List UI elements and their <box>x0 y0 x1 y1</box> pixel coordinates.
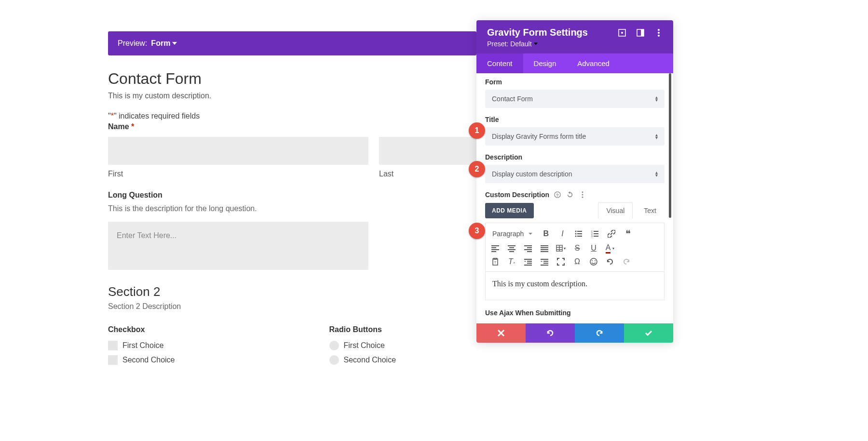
link-icon[interactable] <box>607 229 616 239</box>
radio-group: Radio Buttons First Choice Second Choice <box>329 325 396 370</box>
dock-icon[interactable] <box>637 29 644 37</box>
select-arrows-icon: ▴▾ <box>655 171 658 177</box>
svg-rect-33 <box>527 247 532 248</box>
checkbox-icon <box>108 355 118 365</box>
tab-advanced[interactable]: Advanced <box>567 53 620 73</box>
bold-icon[interactable]: B <box>541 229 551 239</box>
svg-point-57 <box>595 260 596 261</box>
save-button[interactable] <box>624 323 673 343</box>
numbered-list-icon[interactable]: 123 <box>590 229 600 239</box>
svg-rect-48 <box>527 261 532 262</box>
svg-rect-32 <box>524 245 532 246</box>
outdent-icon[interactable] <box>523 257 533 267</box>
more-icon[interactable] <box>655 29 663 37</box>
align-right-icon[interactable] <box>523 243 533 253</box>
format-select[interactable]: Paragraph <box>490 228 534 240</box>
checkbox-item[interactable]: Second Choice <box>108 355 175 365</box>
svg-point-6 <box>658 35 660 37</box>
italic-icon[interactable]: I <box>557 229 567 239</box>
tab-content[interactable]: Content <box>476 53 523 73</box>
checkbox-label: Checkbox <box>108 325 175 334</box>
indent-icon[interactable] <box>540 257 549 267</box>
help-icon[interactable]: ? <box>554 191 561 198</box>
settings-tabs: Content Design Advanced <box>476 53 673 73</box>
justify-icon[interactable] <box>540 243 549 253</box>
svg-rect-50 <box>524 265 532 266</box>
svg-point-11 <box>582 197 583 198</box>
undo-icon[interactable] <box>605 257 615 267</box>
long-question-textarea[interactable]: Enter Text Here... <box>108 222 368 270</box>
checkbox-icon <box>108 341 118 350</box>
tab-design[interactable]: Design <box>523 53 567 73</box>
paste-icon[interactable]: T <box>490 257 500 267</box>
settings-panel: Gravity Form Settings Preset: Default Co… <box>476 20 673 343</box>
select-arrows-icon: ▴▾ <box>655 134 658 139</box>
svg-text:T: T <box>494 260 497 265</box>
preview-label: Preview: <box>118 39 147 48</box>
form-select[interactable]: Contact Form ▴▾ <box>485 90 665 108</box>
annotation-badge-1: 1 <box>469 122 485 139</box>
description-select[interactable]: Display custom description ▴▾ <box>485 165 665 183</box>
caret-down-icon[interactable] <box>172 41 177 46</box>
radio-item[interactable]: Second Choice <box>329 355 396 365</box>
svg-point-10 <box>582 194 583 196</box>
annotation-badge-2: 2 <box>469 161 485 177</box>
svg-rect-15 <box>577 233 582 234</box>
svg-rect-37 <box>541 247 548 248</box>
svg-rect-28 <box>508 245 515 246</box>
special-char-icon[interactable]: Ω <box>572 257 582 267</box>
undo-button[interactable] <box>526 323 575 343</box>
svg-rect-38 <box>541 249 548 250</box>
text-tab[interactable]: Text <box>636 202 665 219</box>
title-select[interactable]: Display Gravity Forms form title ▴▾ <box>485 127 665 146</box>
add-media-button[interactable]: ADD MEDIA <box>485 203 534 218</box>
svg-rect-26 <box>491 249 499 250</box>
svg-rect-51 <box>541 259 548 260</box>
settings-title: Gravity Form Settings <box>487 27 618 38</box>
svg-rect-17 <box>577 236 582 237</box>
svg-point-56 <box>592 260 593 261</box>
more-icon[interactable] <box>579 191 586 198</box>
svg-point-12 <box>575 231 577 232</box>
preset-selector[interactable]: Preset: Default <box>487 40 618 48</box>
clear-format-icon[interactable]: Tₓ <box>507 257 516 267</box>
emoji-icon[interactable] <box>589 257 598 267</box>
radio-item[interactable]: First Choice <box>329 341 396 350</box>
align-center-icon[interactable] <box>507 243 516 253</box>
svg-rect-53 <box>543 263 548 264</box>
cancel-button[interactable] <box>476 323 526 343</box>
redo-icon[interactable] <box>622 257 631 267</box>
underline-icon[interactable]: U <box>589 243 598 253</box>
svg-point-14 <box>575 233 577 235</box>
preview-bar: Preview: Form <box>108 31 476 55</box>
svg-point-55 <box>590 258 597 265</box>
reset-icon[interactable] <box>567 191 573 198</box>
preview-value[interactable]: Form <box>151 39 170 48</box>
checkbox-item[interactable]: First Choice <box>108 341 175 350</box>
svg-rect-27 <box>491 251 496 252</box>
expand-icon[interactable] <box>618 29 626 37</box>
scrollbar[interactable] <box>669 73 671 218</box>
svg-rect-24 <box>491 245 499 246</box>
ajax-label: Use Ajax When Submitting <box>485 309 665 317</box>
settings-body: Form Contact Form ▴▾ Title Display Gravi… <box>476 73 673 317</box>
quote-icon[interactable]: ❝ <box>623 229 633 239</box>
svg-rect-3 <box>641 29 644 36</box>
text-color-icon[interactable]: A▾ <box>605 243 615 253</box>
editor-content[interactable]: This is my custom description. <box>485 271 665 300</box>
svg-rect-34 <box>524 249 532 250</box>
annotation-badge-3: 3 <box>469 223 485 239</box>
radio-label: Radio Buttons <box>329 325 396 334</box>
select-arrows-icon: ▴▾ <box>655 96 658 102</box>
redo-button[interactable] <box>575 323 624 343</box>
fullscreen-icon[interactable] <box>556 257 566 267</box>
strikethrough-icon[interactable]: S <box>572 243 582 253</box>
svg-rect-30 <box>508 249 515 250</box>
radio-icon <box>329 341 339 350</box>
bullet-list-icon[interactable] <box>574 229 583 239</box>
table-icon[interactable]: ▾ <box>556 243 566 253</box>
align-left-icon[interactable] <box>490 243 500 253</box>
visual-tab[interactable]: Visual <box>598 202 633 219</box>
form-select-label: Form <box>485 78 665 86</box>
first-name-input[interactable] <box>108 137 368 165</box>
